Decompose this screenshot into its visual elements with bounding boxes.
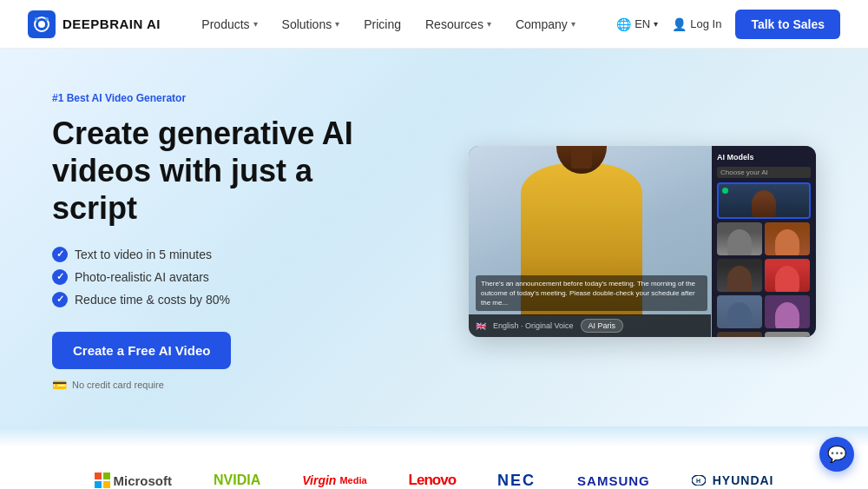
model-thumb[interactable] bbox=[717, 295, 762, 328]
feature-item: Reduce time & costs by 80% bbox=[52, 292, 382, 307]
card-icon: 💳 bbox=[52, 378, 67, 392]
logo[interactable]: DEEPBRAIN AI bbox=[28, 10, 161, 38]
create-free-video-button[interactable]: Create a Free AI Video bbox=[52, 332, 231, 369]
language-indicator: 🇬🇧 bbox=[476, 321, 486, 331]
model-search[interactable]: Choose your AI bbox=[717, 167, 811, 178]
logo-icon bbox=[28, 10, 56, 38]
nav-solutions[interactable]: Solutions ▾ bbox=[282, 17, 340, 31]
avatar-label-badge: AI Paris bbox=[581, 319, 624, 333]
check-icon bbox=[52, 247, 68, 262]
chevron-down-icon: ▾ bbox=[253, 19, 258, 29]
partners-section: Microsoft NVIDIA Virgin Media Lenovo NEC… bbox=[0, 447, 868, 489]
hyundai-icon: H bbox=[692, 475, 706, 486]
svg-rect-7 bbox=[95, 481, 102, 488]
model-thumb[interactable] bbox=[765, 222, 810, 255]
virgin-logo: Virgin Media bbox=[302, 473, 366, 487]
chevron-down-icon: ▾ bbox=[487, 19, 491, 29]
model-thumb[interactable] bbox=[717, 332, 762, 337]
nav-right: 🌐 EN ▾ 👤 Log In Talk to Sales bbox=[616, 10, 840, 39]
chevron-down-icon: ▾ bbox=[654, 19, 658, 29]
samsung-logo: SAMSUNG bbox=[577, 473, 650, 488]
globe-icon: 🌐 bbox=[616, 17, 631, 31]
svg-point-4 bbox=[45, 17, 49, 21]
wave-divider bbox=[0, 426, 868, 447]
selected-model[interactable] bbox=[717, 182, 811, 219]
model-thumb[interactable] bbox=[765, 332, 810, 337]
feature-item: Photo-realistic AI avatars bbox=[52, 269, 382, 285]
chevron-down-icon: ▾ bbox=[335, 19, 339, 29]
hero-section: #1 Best AI Video Generator Create genera… bbox=[0, 49, 868, 426]
nav-resources[interactable]: Resources ▾ bbox=[425, 17, 491, 31]
video-content: There's an announcement before today's m… bbox=[469, 146, 816, 337]
chat-icon: 💬 bbox=[827, 445, 846, 464]
language-selector[interactable]: 🌐 EN ▾ bbox=[616, 17, 658, 31]
model-row bbox=[717, 332, 811, 337]
svg-point-3 bbox=[35, 17, 38, 21]
lenovo-logo: Lenovo bbox=[409, 472, 456, 489]
chevron-down-icon: ▾ bbox=[571, 19, 575, 29]
model-thumb[interactable] bbox=[717, 259, 762, 292]
nvidia-logo: NVIDIA bbox=[214, 472, 260, 488]
video-subtitle: There's an announcement before today's m… bbox=[476, 275, 707, 312]
nav-company[interactable]: Company ▾ bbox=[516, 17, 575, 31]
user-icon: 👤 bbox=[672, 17, 687, 31]
hyundai-logo: H HYUNDAI bbox=[692, 473, 774, 487]
chat-bubble-button[interactable]: 💬 bbox=[819, 437, 854, 472]
check-icon bbox=[52, 269, 68, 285]
ai-models-panel: AI Models Choose your AI bbox=[712, 146, 816, 337]
check-icon bbox=[52, 292, 68, 307]
model-thumb[interactable] bbox=[765, 259, 810, 292]
brand-name: DEEPBRAIN AI bbox=[62, 17, 161, 31]
video-preview[interactable]: There's an announcement before today's m… bbox=[469, 146, 816, 337]
model-thumb[interactable] bbox=[717, 222, 762, 255]
svg-text:H: H bbox=[696, 478, 701, 484]
model-row bbox=[717, 222, 811, 255]
model-grid bbox=[717, 222, 811, 337]
svg-point-2 bbox=[38, 21, 45, 28]
navigation: DEEPBRAIN AI Products ▾ Solutions ▾ Pric… bbox=[0, 0, 868, 49]
model-row bbox=[717, 295, 811, 328]
nav-links: Products ▾ Solutions ▾ Pricing Resources… bbox=[201, 17, 575, 31]
svg-rect-5 bbox=[95, 472, 102, 479]
hero-features: Text to video in 5 minutes Photo-realist… bbox=[52, 247, 382, 307]
microsoft-icon bbox=[95, 472, 110, 488]
svg-rect-8 bbox=[103, 481, 110, 488]
hero-title: Create generative AI videos with just a … bbox=[52, 115, 382, 228]
nav-products[interactable]: Products ▾ bbox=[201, 17, 257, 31]
feature-item: Text to video in 5 minutes bbox=[52, 247, 382, 262]
hero-badge: #1 Best AI Video Generator bbox=[52, 92, 382, 104]
ai-models-title: AI Models bbox=[717, 153, 811, 162]
talk-to-sales-button[interactable]: Talk to Sales bbox=[735, 10, 840, 39]
nav-pricing[interactable]: Pricing bbox=[364, 17, 401, 31]
model-thumb[interactable] bbox=[765, 295, 810, 328]
no-credit-notice: 💳 No credit card require bbox=[52, 378, 382, 392]
video-bottom-bar: 🇬🇧 English · Original Voice AI Paris bbox=[469, 314, 711, 337]
svg-rect-6 bbox=[103, 472, 110, 479]
microsoft-logo: Microsoft bbox=[95, 472, 173, 488]
nec-logo: NEC bbox=[497, 472, 536, 489]
hero-content: #1 Best AI Video Generator Create genera… bbox=[52, 92, 382, 392]
login-button[interactable]: 👤 Log In bbox=[672, 17, 721, 31]
model-row bbox=[717, 259, 811, 292]
